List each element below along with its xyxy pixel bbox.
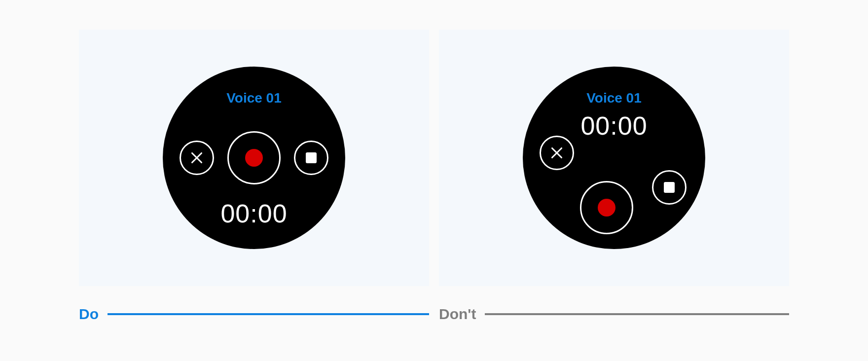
cancel-button[interactable] [180,141,214,175]
close-icon [190,151,203,164]
do-caption-underline [108,313,429,315]
timer-readout: 00:00 [220,199,287,228]
dont-caption-label: Don't [439,306,476,323]
dont-caption-underline [485,313,789,315]
do-caption-label: Do [79,306,99,323]
do-mock-container: Voice 01 00:00 [79,30,429,286]
stop-button[interactable] [294,141,328,175]
cancel-button[interactable] [540,136,574,170]
do-caption-row: Do [79,306,429,323]
recording-title: Voice 01 [226,90,282,106]
dont-panel: Voice 01 00:00 Don't [439,30,789,323]
stop-icon [306,152,317,163]
record-button[interactable] [227,131,281,184]
timer-readout: 00:00 [580,111,647,141]
record-icon [245,149,263,167]
watch-face-do: Voice 01 00:00 [163,67,345,249]
record-icon [598,199,615,217]
close-icon [550,146,563,159]
stop-icon [664,182,675,193]
stop-button[interactable] [652,170,687,205]
dont-mock-container: Voice 01 00:00 [439,30,789,286]
watch-face-dont: Voice 01 00:00 [523,67,705,249]
record-button[interactable] [580,181,633,234]
comparison-panels: Voice 01 00:00 Do Voice 01 00: [0,0,868,323]
do-panel: Voice 01 00:00 Do [79,30,429,323]
dont-caption-row: Don't [439,306,789,323]
recording-title: Voice 01 [586,90,642,106]
